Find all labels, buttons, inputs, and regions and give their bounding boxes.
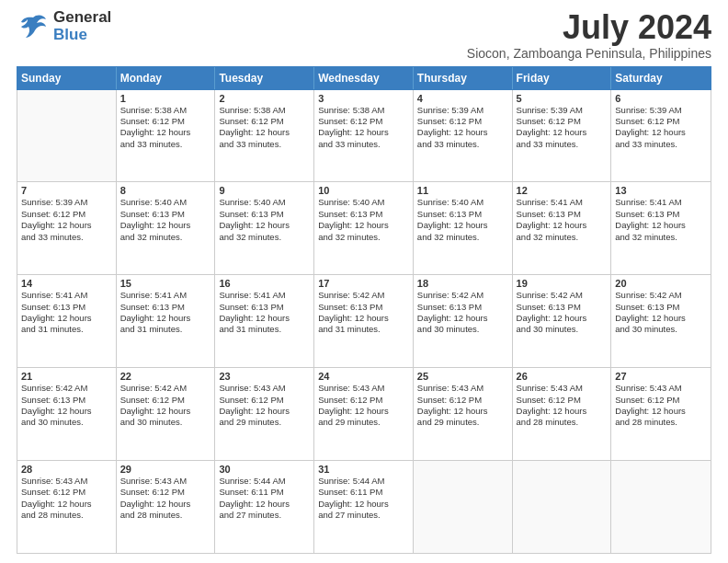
day-number: 14 <box>21 278 112 289</box>
sunset-text: Sunset: 6:12 PM <box>219 395 310 406</box>
daylight-text: Daylight: 12 hours <box>219 406 310 417</box>
day-number: 18 <box>417 278 508 289</box>
daylight-text2: and 32 minutes. <box>120 232 211 243</box>
sunrise-text: Sunrise: 5:43 AM <box>517 383 608 394</box>
day-number: 10 <box>318 185 409 196</box>
header-friday: Friday <box>513 67 612 89</box>
daylight-text2: and 33 minutes. <box>219 139 310 150</box>
sunrise-text: Sunrise: 5:43 AM <box>21 476 112 487</box>
day-number: 16 <box>219 278 310 289</box>
sunset-text: Sunset: 6:13 PM <box>615 209 707 220</box>
daylight-text: Daylight: 12 hours <box>318 220 409 231</box>
sunset-text: Sunset: 6:12 PM <box>417 395 508 406</box>
header-wednesday: Wednesday <box>314 67 414 89</box>
sunrise-text: Sunrise: 5:39 AM <box>615 105 707 116</box>
logo: General Blue <box>17 9 111 43</box>
day-number: 21 <box>21 371 112 382</box>
sunrise-text: Sunrise: 5:42 AM <box>318 290 409 301</box>
sunrise-text: Sunrise: 5:40 AM <box>318 197 409 208</box>
daylight-text: Daylight: 12 hours <box>120 313 211 324</box>
daylight-text2: and 31 minutes. <box>120 324 211 335</box>
cal-cell-3-6: 19Sunrise: 5:42 AMSunset: 6:13 PMDayligh… <box>513 275 612 367</box>
sunset-text: Sunset: 6:13 PM <box>517 302 608 313</box>
daylight-text2: and 28 minutes. <box>21 510 112 521</box>
day-number: 25 <box>417 371 508 382</box>
cal-cell-4-3: 23Sunrise: 5:43 AMSunset: 6:12 PMDayligh… <box>215 368 314 460</box>
daylight-text: Daylight: 12 hours <box>615 313 707 324</box>
day-number: 3 <box>318 93 409 104</box>
day-number: 23 <box>219 371 310 382</box>
daylight-text2: and 30 minutes. <box>417 324 508 335</box>
sunrise-text: Sunrise: 5:44 AM <box>219 476 310 487</box>
cal-cell-1-3: 2Sunrise: 5:38 AMSunset: 6:12 PMDaylight… <box>215 90 314 182</box>
header: General Blue July 2024 Siocon, Zamboanga… <box>17 9 711 61</box>
sunset-text: Sunset: 6:13 PM <box>417 209 508 220</box>
cal-cell-3-2: 15Sunrise: 5:41 AMSunset: 6:13 PMDayligh… <box>117 275 216 367</box>
cal-cell-2-3: 9Sunrise: 5:40 AMSunset: 6:13 PMDaylight… <box>215 182 314 274</box>
daylight-text2: and 31 minutes. <box>318 324 409 335</box>
day-number: 12 <box>517 185 608 196</box>
daylight-text2: and 33 minutes. <box>615 139 707 150</box>
sunrise-text: Sunrise: 5:38 AM <box>219 105 310 116</box>
cal-cell-2-7: 13Sunrise: 5:41 AMSunset: 6:13 PMDayligh… <box>611 182 711 274</box>
daylight-text: Daylight: 12 hours <box>615 220 707 231</box>
day-number: 6 <box>615 93 707 104</box>
sunrise-text: Sunrise: 5:41 AM <box>21 290 112 301</box>
sunset-text: Sunset: 6:13 PM <box>219 209 310 220</box>
cal-cell-1-7: 6Sunrise: 5:39 AMSunset: 6:12 PMDaylight… <box>611 90 711 182</box>
daylight-text2: and 27 minutes. <box>219 510 310 521</box>
cal-cell-5-4: 31Sunrise: 5:44 AMSunset: 6:11 PMDayligh… <box>314 461 414 553</box>
daylight-text2: and 32 minutes. <box>615 232 707 243</box>
day-number: 19 <box>517 278 608 289</box>
cal-cell-5-5 <box>414 461 513 553</box>
sunrise-text: Sunrise: 5:41 AM <box>517 197 608 208</box>
daylight-text2: and 29 minutes. <box>219 417 310 428</box>
daylight-text: Daylight: 12 hours <box>120 499 211 510</box>
sunrise-text: Sunrise: 5:40 AM <box>219 197 310 208</box>
day-number: 31 <box>318 464 409 475</box>
daylight-text: Daylight: 12 hours <box>219 313 310 324</box>
day-number: 24 <box>318 371 409 382</box>
cal-cell-1-1 <box>17 90 117 182</box>
header-saturday: Saturday <box>611 67 711 89</box>
cal-cell-4-7: 27Sunrise: 5:43 AMSunset: 6:12 PMDayligh… <box>611 368 711 460</box>
cal-cell-2-4: 10Sunrise: 5:40 AMSunset: 6:13 PMDayligh… <box>314 182 414 274</box>
daylight-text: Daylight: 12 hours <box>615 406 707 417</box>
daylight-text2: and 28 minutes. <box>120 510 211 521</box>
calendar: Sunday Monday Tuesday Wednesday Thursday… <box>17 66 711 554</box>
sunrise-text: Sunrise: 5:43 AM <box>120 476 211 487</box>
cal-cell-4-1: 21Sunrise: 5:42 AMSunset: 6:13 PMDayligh… <box>17 368 117 460</box>
cal-week-4: 21Sunrise: 5:42 AMSunset: 6:13 PMDayligh… <box>17 368 711 461</box>
cal-cell-4-2: 22Sunrise: 5:42 AMSunset: 6:12 PMDayligh… <box>117 368 216 460</box>
sunrise-text: Sunrise: 5:44 AM <box>318 476 409 487</box>
sunset-text: Sunset: 6:13 PM <box>615 302 707 313</box>
daylight-text2: and 30 minutes. <box>21 417 112 428</box>
calendar-body: 1Sunrise: 5:38 AMSunset: 6:12 PMDaylight… <box>17 90 711 554</box>
cal-cell-1-4: 3Sunrise: 5:38 AMSunset: 6:12 PMDaylight… <box>314 90 414 182</box>
daylight-text2: and 27 minutes. <box>318 510 409 521</box>
sunrise-text: Sunrise: 5:42 AM <box>417 290 508 301</box>
daylight-text2: and 30 minutes. <box>517 324 608 335</box>
cal-cell-4-4: 24Sunrise: 5:43 AMSunset: 6:12 PMDayligh… <box>314 368 414 460</box>
cal-cell-3-3: 16Sunrise: 5:41 AMSunset: 6:13 PMDayligh… <box>215 275 314 367</box>
sunset-text: Sunset: 6:12 PM <box>318 116 409 127</box>
daylight-text: Daylight: 12 hours <box>120 406 211 417</box>
sunset-text: Sunset: 6:12 PM <box>120 395 211 406</box>
daylight-text: Daylight: 12 hours <box>417 406 508 417</box>
daylight-text: Daylight: 12 hours <box>517 406 608 417</box>
sunset-text: Sunset: 6:12 PM <box>615 116 707 127</box>
logo-blue-text: Blue <box>53 27 111 44</box>
sunset-text: Sunset: 6:12 PM <box>417 116 508 127</box>
daylight-text2: and 32 minutes. <box>417 232 508 243</box>
sunset-text: Sunset: 6:12 PM <box>517 395 608 406</box>
sunset-text: Sunset: 6:11 PM <box>318 487 409 498</box>
sunset-text: Sunset: 6:13 PM <box>21 302 112 313</box>
cal-cell-2-6: 12Sunrise: 5:41 AMSunset: 6:13 PMDayligh… <box>513 182 612 274</box>
sunrise-text: Sunrise: 5:42 AM <box>120 383 211 394</box>
header-tuesday: Tuesday <box>215 67 314 89</box>
day-number: 22 <box>120 371 211 382</box>
sunrise-text: Sunrise: 5:42 AM <box>517 290 608 301</box>
sunset-text: Sunset: 6:13 PM <box>120 209 211 220</box>
daylight-text: Daylight: 12 hours <box>318 406 409 417</box>
sunrise-text: Sunrise: 5:39 AM <box>417 105 508 116</box>
